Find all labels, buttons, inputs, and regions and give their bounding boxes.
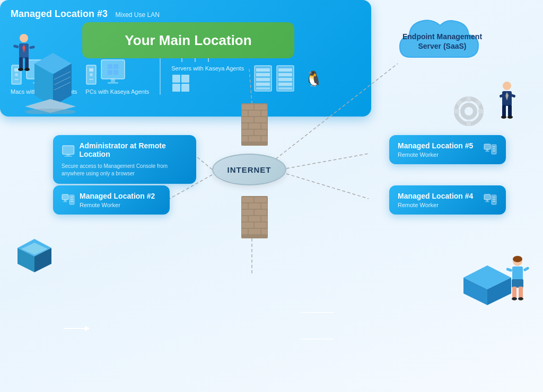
admin-box-title: Administrator at Remote Location — [79, 141, 188, 158]
pc-monitor-icon — [100, 59, 126, 86]
svg-rect-33 — [261, 203, 267, 209]
svg-rect-40 — [255, 222, 267, 228]
loc2-title: Managed Location #2 — [80, 192, 155, 200]
svg-line-3 — [286, 174, 369, 199]
svg-point-125 — [18, 68, 23, 71]
svg-rect-39 — [242, 222, 253, 228]
svg-rect-121 — [19, 57, 23, 69]
svg-rect-83 — [113, 70, 118, 75]
svg-point-126 — [24, 68, 30, 71]
main-location-banner: Your Main Location — [82, 22, 294, 58]
cloud-shape: Endpoint Management Server (SaaS) — [389, 10, 495, 73]
svg-rect-51 — [71, 197, 73, 198]
svg-rect-138 — [467, 121, 471, 126]
svg-rect-44 — [63, 146, 74, 154]
internet-oval: INTERNET — [212, 154, 286, 185]
svg-rect-60 — [493, 150, 495, 152]
loc2-box: Managed Location #2 Remote Worker — [53, 185, 170, 215]
table-bottom-right — [461, 263, 514, 307]
svg-rect-102 — [172, 75, 180, 83]
svg-rect-19 — [255, 117, 267, 122]
svg-rect-82 — [108, 70, 112, 75]
gear-svg — [453, 95, 485, 127]
svg-rect-52 — [71, 199, 73, 200]
server-rack-icon2 — [253, 65, 273, 92]
platform-left — [24, 98, 77, 116]
svg-rect-78 — [89, 79, 93, 80]
loc3-subtitle: Mixed Use LAN — [116, 11, 160, 19]
svg-rect-47 — [62, 194, 68, 200]
svg-rect-115 — [278, 78, 292, 81]
loc5-subtitle: Remote Worker — [398, 152, 473, 158]
svg-point-136 — [462, 105, 475, 118]
svg-rect-21 — [249, 123, 260, 129]
svg-point-143 — [503, 82, 511, 90]
svg-rect-59 — [493, 148, 495, 149]
svg-rect-62 — [486, 200, 488, 201]
svg-rect-139 — [454, 109, 459, 113]
svg-rect-105 — [181, 84, 189, 92]
loc5-box: Managed Location #5 Remote Worker — [389, 135, 506, 164]
svg-rect-24 — [255, 130, 267, 135]
person-right-figure — [493, 79, 522, 129]
svg-rect-147 — [508, 105, 512, 117]
diagram-container: Your Main Location Endpoint Management S… — [0, 0, 543, 392]
internet-label: INTERNET — [227, 165, 272, 174]
svg-rect-123 — [13, 44, 19, 48]
svg-rect-117 — [278, 87, 292, 90]
svg-rect-23 — [242, 130, 253, 135]
svg-rect-116 — [278, 83, 292, 86]
svg-rect-35 — [255, 210, 267, 215]
svg-rect-65 — [493, 197, 495, 198]
svg-rect-18 — [242, 117, 253, 122]
svg-rect-15 — [242, 111, 248, 116]
svg-rect-111 — [256, 87, 270, 90]
svg-rect-54 — [484, 144, 491, 149]
svg-rect-34 — [242, 210, 253, 215]
svg-rect-124 — [29, 46, 35, 49]
svg-rect-76 — [89, 68, 93, 72]
firewall-bottom — [241, 196, 268, 238]
svg-rect-67 — [493, 201, 495, 202]
cloud-container: Endpoint Management Server (SaaS) — [389, 10, 495, 73]
svg-rect-16 — [249, 111, 260, 116]
svg-rect-29 — [242, 197, 253, 202]
svg-rect-46 — [64, 156, 72, 157]
svg-rect-85 — [108, 82, 118, 84]
svg-point-118 — [20, 34, 28, 42]
svg-point-157 — [513, 256, 522, 262]
svg-rect-146 — [502, 105, 506, 117]
svg-rect-30 — [255, 197, 267, 202]
svg-rect-49 — [63, 201, 67, 202]
main-location-label: Your Main Location — [125, 32, 251, 49]
monitor-icon-loc2 — [62, 194, 75, 207]
svg-rect-163 — [523, 266, 529, 272]
svg-rect-48 — [64, 200, 66, 201]
svg-rect-81 — [113, 64, 118, 69]
svg-line-0 — [196, 156, 212, 170]
person-right-svg — [493, 79, 522, 127]
loc5-title: Managed Location #5 — [398, 141, 473, 150]
svg-rect-84 — [111, 79, 115, 82]
svg-point-134 — [25, 109, 76, 114]
pc-device-group: PCs with Kaseya Agents — [85, 59, 149, 95]
windows-logo-icon — [171, 74, 190, 93]
svg-rect-26 — [249, 136, 260, 141]
svg-point-151 — [507, 115, 513, 119]
svg-rect-66 — [493, 199, 495, 200]
svg-rect-22 — [261, 123, 267, 129]
svg-rect-80 — [108, 64, 112, 69]
svg-rect-53 — [71, 201, 73, 202]
monitor-icon-loc4 — [484, 194, 497, 207]
loc4-box: Managed Location #4 Remote Worker — [389, 185, 506, 215]
svg-rect-31 — [242, 203, 248, 209]
svg-rect-36 — [242, 216, 248, 221]
monitor-icon-loc5 — [484, 144, 497, 156]
platform-svg — [24, 98, 77, 114]
svg-rect-61 — [484, 194, 491, 200]
svg-rect-42 — [249, 229, 260, 234]
svg-rect-109 — [256, 78, 270, 81]
servers-label: Servers with Kaseya Agents — [171, 65, 244, 72]
svg-rect-55 — [486, 149, 488, 151]
admin-location-box: Administrator at Remote Location Secure … — [53, 135, 196, 184]
